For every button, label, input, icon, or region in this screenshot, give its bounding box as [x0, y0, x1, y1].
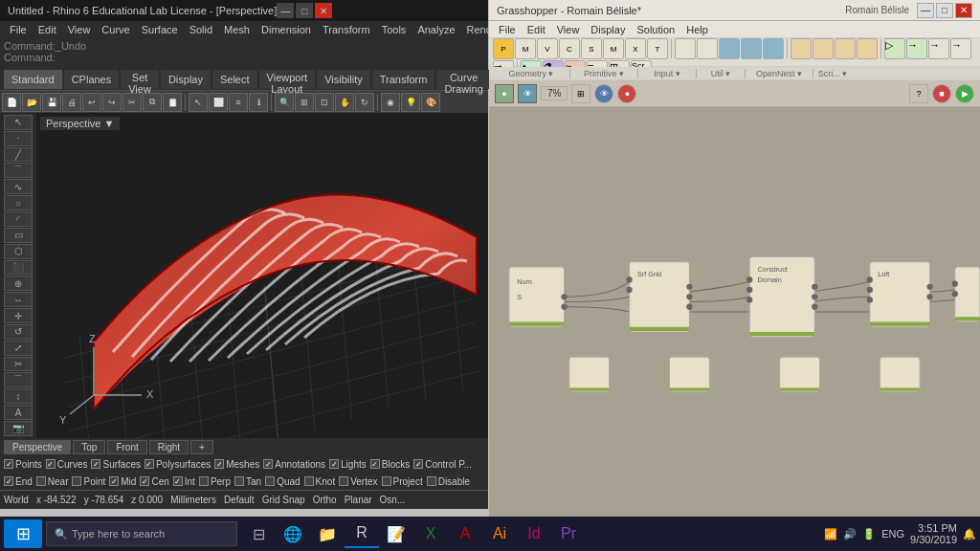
maximize-button[interactable]: □: [296, 3, 313, 18]
tool-line[interactable]: ╱: [4, 147, 33, 163]
tool-polyline[interactable]: ⌒: [4, 163, 33, 178]
menu-mesh[interactable]: Mesh: [218, 24, 256, 35]
osnap-perp-cb[interactable]: [199, 476, 209, 486]
menu-analyze[interactable]: Analyze: [412, 24, 460, 35]
material-icon[interactable]: 🎨: [421, 93, 440, 112]
osnap-project[interactable]: Project: [382, 476, 423, 487]
osnap-point-cb[interactable]: [72, 476, 81, 486]
snap-surfaces-cb[interactable]: [91, 459, 100, 469]
tool-circle[interactable]: ○: [4, 195, 33, 210]
osnap-quad-cb[interactable]: [265, 476, 275, 486]
tool-fillet[interactable]: ⌒: [4, 372, 33, 387]
vp-tab-perspective[interactable]: Perspective: [4, 440, 71, 454]
osnap-knot[interactable]: Knot: [304, 476, 336, 487]
gh-icon-green1[interactable]: ▷: [884, 38, 905, 59]
gh-menu-view[interactable]: View: [551, 24, 586, 35]
gh-menu-file[interactable]: File: [493, 24, 522, 35]
gh-zoom-fit-btn[interactable]: ⊞: [571, 84, 590, 103]
tool-extrude[interactable]: ⬛: [4, 260, 33, 276]
ortho-label[interactable]: Ortho: [313, 495, 337, 505]
pan-icon[interactable]: ✋: [335, 93, 354, 112]
menu-solid[interactable]: Solid: [184, 24, 218, 35]
tool-arc[interactable]: ◜: [4, 211, 33, 227]
osnap-disable[interactable]: Disable: [427, 476, 470, 487]
taskbar-explorer[interactable]: 📁: [310, 519, 345, 548]
taskbar-search[interactable]: 🔍 Type here to search: [46, 521, 237, 546]
gh-icon-orange1[interactable]: [791, 38, 812, 59]
save-icon[interactable]: 💾: [42, 93, 61, 112]
zoom-window-icon[interactable]: 🔍: [275, 93, 294, 112]
taskbar-rhino[interactable]: R: [345, 519, 379, 548]
vp-tab-right[interactable]: Right: [149, 440, 189, 454]
tab-curve-drawing[interactable]: Curve Drawing: [436, 70, 490, 89]
gh-menu-edit[interactable]: Edit: [522, 24, 551, 35]
menu-tools[interactable]: Tools: [376, 24, 412, 35]
new-icon[interactable]: 📄: [2, 93, 21, 112]
taskbar-network-icon[interactable]: 📶: [824, 528, 837, 540]
taskbar-indesign[interactable]: Id: [517, 519, 551, 548]
taskbar-battery-icon[interactable]: 🔋: [862, 528, 876, 540]
tool-dim[interactable]: ↕: [4, 388, 33, 404]
tool-trim[interactable]: ✂: [4, 357, 33, 372]
osnap-point[interactable]: Point: [72, 476, 105, 487]
snap-curves[interactable]: Curves: [46, 459, 88, 470]
tool-text[interactable]: A: [4, 405, 33, 420]
osnap-tan[interactable]: Tan: [234, 476, 261, 487]
taskbar-edge[interactable]: 🌐: [276, 519, 310, 548]
menu-transform[interactable]: Transform: [317, 24, 376, 35]
undo-icon[interactable]: ↩: [82, 93, 101, 112]
taskbar-excel[interactable]: X: [413, 519, 448, 548]
snap-annotations[interactable]: Annotations: [263, 459, 325, 470]
gh-close-btn[interactable]: ✕: [955, 3, 972, 18]
osnap-quad[interactable]: Quad: [265, 476, 300, 487]
osnap-perp[interactable]: Perp: [199, 476, 231, 487]
zoom-extents-icon[interactable]: ⊞: [295, 93, 314, 112]
osnap-near-cb[interactable]: [36, 476, 46, 486]
tab-cplanes[interactable]: CPlanes: [64, 70, 120, 89]
tab-setview[interactable]: Set View: [121, 70, 159, 89]
snap-polysurfaces-cb[interactable]: [145, 459, 154, 469]
viewport-perspective-label[interactable]: Perspective ▼: [40, 117, 120, 130]
osnap-cen-cb[interactable]: [140, 476, 149, 486]
osnap-near[interactable]: Near: [36, 476, 69, 487]
gh-icon-blue3[interactable]: [763, 38, 784, 59]
paste-icon[interactable]: 📋: [163, 93, 182, 112]
gh-eye-btn[interactable]: 👁: [594, 84, 613, 103]
gh-preview-icon[interactable]: 👁: [518, 84, 537, 103]
gh-icon-orange3[interactable]: [835, 38, 856, 59]
gh-icon-orange2[interactable]: [813, 38, 834, 59]
osnap-disable-cb[interactable]: [427, 476, 436, 486]
osnap-int-cb[interactable]: [173, 476, 183, 486]
snap-lights[interactable]: Lights: [329, 459, 367, 470]
light-icon[interactable]: 💡: [401, 93, 420, 112]
gh-icon-s[interactable]: S: [581, 38, 602, 59]
gh-record-btn[interactable]: ●: [617, 84, 636, 103]
zoom-selected-icon[interactable]: ⊡: [315, 93, 334, 112]
gh-icon-arr[interactable]: →: [928, 38, 949, 59]
properties-icon[interactable]: ℹ: [249, 93, 268, 112]
snap-polysurfaces[interactable]: Polysurfaces: [145, 459, 211, 470]
osnap-vertex-cb[interactable]: [339, 476, 348, 486]
tab-transform[interactable]: Transform: [372, 70, 435, 89]
gh-icon-blue2[interactable]: [741, 38, 762, 59]
osn-label[interactable]: Osn...: [380, 495, 406, 505]
vp-tab-add[interactable]: +: [190, 440, 213, 454]
tool-arrow[interactable]: ↖: [4, 115, 33, 130]
gh-stop-btn[interactable]: ■: [932, 84, 951, 103]
start-button[interactable]: ⊞: [4, 519, 42, 548]
gh-icon-m2[interactable]: M: [603, 38, 624, 59]
gh-menu-solution[interactable]: Solution: [631, 24, 680, 35]
planar-label[interactable]: Planar: [345, 495, 372, 505]
menu-view[interactable]: View: [62, 24, 97, 35]
gh-node-canvas[interactable]: Num S Srf Grid Construct Domain: [489, 107, 980, 517]
tool-rotate[interactable]: ↺: [4, 324, 33, 340]
gh-active-indicator[interactable]: ●: [495, 84, 514, 103]
gh-icon-param[interactable]: P: [493, 38, 514, 59]
vp-tab-top[interactable]: Top: [73, 440, 105, 454]
render-icon[interactable]: ◉: [381, 93, 400, 112]
menu-file[interactable]: File: [4, 24, 33, 35]
gh-icon-orange4[interactable]: [857, 38, 878, 59]
tool-scale[interactable]: ⤢: [4, 341, 33, 356]
print-icon[interactable]: 🖨: [62, 93, 81, 112]
window-select-icon[interactable]: ⬜: [209, 93, 228, 112]
